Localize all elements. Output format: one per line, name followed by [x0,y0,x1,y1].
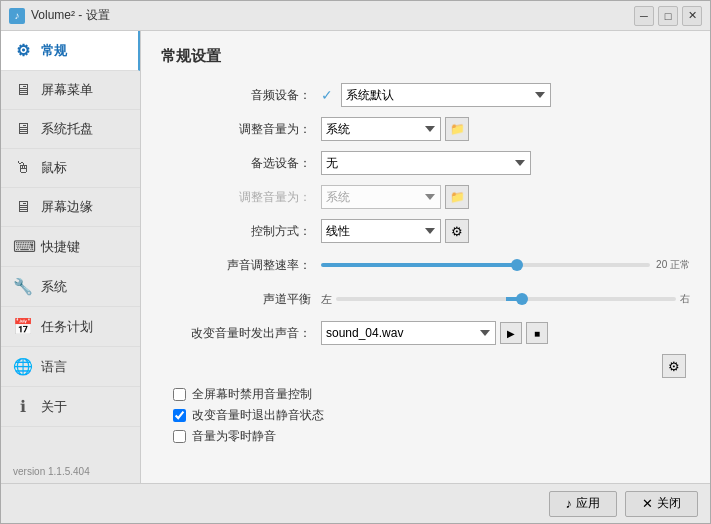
sound-file-row: 改变音量时发出声音： sound_04.wav ▶ ■ [161,318,690,348]
exit-mute-checkbox-label: 改变音量时退出静音状态 [192,407,324,424]
adjust-vol2-row: 调整音量为： 系统 📁 [161,182,690,212]
fullscreen-checkbox-row: 全屏幕时禁用音量控制 [165,386,690,403]
sound-file-label: 改变音量时发出声音： [161,325,321,342]
vol-rate-row: 声音调整速率： 20 正常 [161,250,690,280]
language-icon: 🌐 [13,357,33,376]
mouse-icon: 🖱 [13,159,33,177]
stop-button[interactable]: ■ [526,322,548,344]
vol-rate-label: 声音调整速率： [161,257,321,274]
adjust-vol2-dropdown[interactable]: 系统 [321,185,441,209]
sidebar-label-language: 语言 [41,358,67,376]
balance-control: 左 右 [321,292,690,307]
sidebar-label-hotkeys: 快捷键 [41,238,80,256]
sidebar-item-mouse[interactable]: 🖱 鼠标 [1,149,140,188]
control-mode-dropdown[interactable]: 线性 [321,219,441,243]
checkmark-icon: ✓ [321,87,333,103]
screen-menu-icon: 🖥 [13,81,33,99]
version-label: version 1.1.5.404 [1,460,140,483]
play-button[interactable]: ▶ [500,322,522,344]
balance-label: 声道平衡 [161,291,321,308]
sidebar-label-general: 常规 [41,42,67,60]
adjust-vol2-label: 调整音量为： [161,189,321,206]
apply-button[interactable]: ♪ 应用 [549,491,618,517]
fullscreen-checkbox[interactable] [173,388,186,401]
vol-rate-value: 20 正常 [656,258,690,272]
title-controls: ─ □ ✕ [634,6,702,26]
backup-device-dropdown[interactable]: 无 [321,151,531,175]
sidebar-item-general[interactable]: ⚙ 常规 [1,31,140,71]
sidebar-label-screen-menu: 屏幕菜单 [41,81,93,99]
sidebar-item-language[interactable]: 🌐 语言 [1,347,140,387]
window-title: Volume² - 设置 [31,7,110,24]
adjust-vol2-control: 系统 📁 [321,185,690,209]
sidebar-item-system-tray[interactable]: 🖥 系统托盘 [1,110,140,149]
hotkeys-icon: ⌨ [13,237,33,256]
sidebar-item-screen-edge[interactable]: 🖥 屏幕边缘 [1,188,140,227]
sidebar-label-screen-edge: 屏幕边缘 [41,198,93,216]
vol-slider-container: 20 正常 [321,258,690,272]
sidebar-item-hotkeys[interactable]: ⌨ 快捷键 [1,227,140,267]
apply-label: 应用 [576,495,600,512]
bottom-bar: ♪ 应用 ✕ 关闭 [1,483,710,523]
zero-mute-checkbox[interactable] [173,430,186,443]
about-icon: ℹ [13,397,33,416]
sound-file-dropdown[interactable]: sound_04.wav [321,321,496,345]
screen-edge-icon: 🖥 [13,198,33,216]
control-mode-row: 控制方式： 线性 ⚙ [161,216,690,246]
settings-grid: 音频设备： ✓ 系统默认 调整音量为： 系统 📁 [161,80,690,352]
maximize-button[interactable]: □ [658,6,678,26]
adjust-vol-row: 调整音量为： 系统 📁 [161,114,690,144]
vol-rate-slider[interactable] [321,263,650,267]
sidebar: ⚙ 常规 🖥 屏幕菜单 🖥 系统托盘 🖱 鼠标 🖥 屏幕边缘 ⌨ 快捷键 [1,31,141,483]
exit-mute-checkbox[interactable] [173,409,186,422]
sound-file-container: sound_04.wav ▶ ■ [321,321,548,345]
sidebar-item-system[interactable]: 🔧 系统 [1,267,140,307]
balance-row: 声道平衡 左 右 [161,284,690,314]
folder-button-2[interactable]: 📁 [445,185,469,209]
gear-icon: ⚙ [13,41,33,60]
balance-left-label: 左 [321,292,332,307]
sound-file-control: sound_04.wav ▶ ■ [321,321,690,345]
exit-mute-checkbox-row: 改变音量时退出静音状态 [165,407,690,424]
content-area: ⚙ 常规 🖥 屏幕菜单 🖥 系统托盘 🖱 鼠标 🖥 屏幕边缘 ⌨ 快捷键 [1,31,710,483]
title-bar-left: ♪ Volume² - 设置 [9,7,110,24]
balance-right-label: 右 [680,292,690,306]
sidebar-item-about[interactable]: ℹ 关于 [1,387,140,427]
sidebar-label-system-tray: 系统托盘 [41,120,93,138]
folder-button[interactable]: 📁 [445,117,469,141]
backup-device-row: 备选设备： 无 [161,148,690,178]
audio-device-control: ✓ 系统默认 [321,83,690,107]
system-icon: 🔧 [13,277,33,296]
control-mode-control: 线性 ⚙ [321,219,690,243]
section-title: 常规设置 [161,47,690,66]
minimize-button[interactable]: ─ [634,6,654,26]
backup-device-control: 无 [321,151,690,175]
close-button[interactable]: ✕ [682,6,702,26]
title-bar: ♪ Volume² - 设置 ─ □ ✕ [1,1,710,31]
backup-device-label: 备选设备： [161,155,321,172]
audio-device-dropdown[interactable]: 系统默认 [341,83,551,107]
sound-gear-button[interactable]: ⚙ [662,354,686,378]
zero-mute-checkbox-row: 音量为零时静音 [165,428,690,445]
main-window: ♪ Volume² - 设置 ─ □ ✕ ⚙ 常规 🖥 屏幕菜单 🖥 系统托盘 [0,0,711,524]
audio-device-row: 音频设备： ✓ 系统默认 [161,80,690,110]
sidebar-item-screen-menu[interactable]: 🖥 屏幕菜单 [1,71,140,110]
apply-icon: ♪ [566,496,573,511]
settings-panel: 常规设置 音频设备： ✓ 系统默认 调整音量为： [141,31,710,483]
control-mode-gear-button[interactable]: ⚙ [445,219,469,243]
close-footer-icon: ✕ [642,496,653,511]
schedule-icon: 📅 [13,317,33,336]
control-mode-label: 控制方式： [161,223,321,240]
adjust-vol-control: 系统 📁 [321,117,690,141]
sidebar-label-system: 系统 [41,278,67,296]
audio-device-label: 音频设备： [161,87,321,104]
adjust-vol-label: 调整音量为： [161,121,321,138]
app-icon: ♪ [9,8,25,24]
sidebar-label-mouse: 鼠标 [41,159,67,177]
adjust-vol-dropdown[interactable]: 系统 [321,117,441,141]
sidebar-item-schedule[interactable]: 📅 任务计划 [1,307,140,347]
close-footer-button[interactable]: ✕ 关闭 [625,491,698,517]
close-footer-label: 关闭 [657,495,681,512]
fullscreen-checkbox-label: 全屏幕时禁用音量控制 [192,386,312,403]
balance-slider[interactable] [336,297,676,301]
